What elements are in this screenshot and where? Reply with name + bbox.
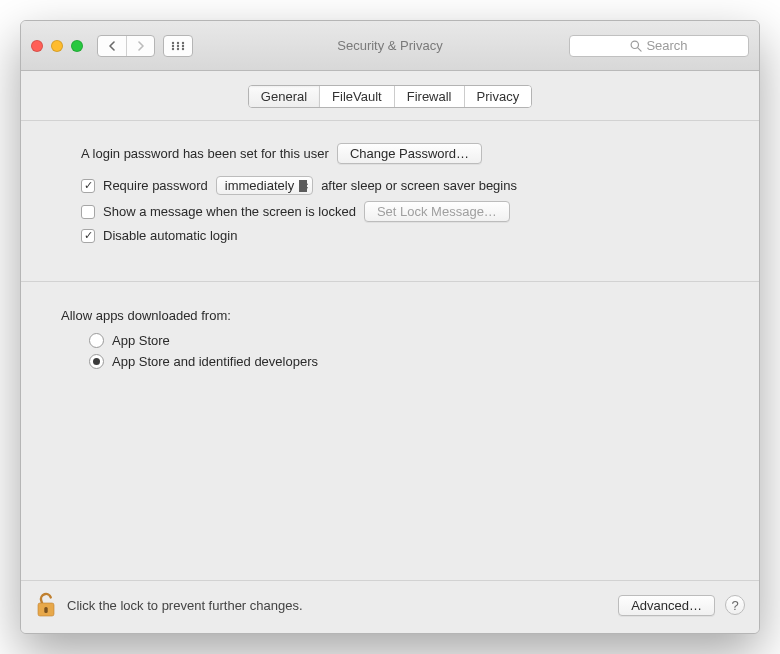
require-password-checkbox[interactable] <box>81 179 95 193</box>
svg-point-5 <box>182 44 184 46</box>
require-password-suffix: after sleep or screen saver begins <box>321 178 517 193</box>
svg-point-2 <box>182 41 184 43</box>
back-button[interactable] <box>98 36 126 56</box>
require-password-delay-value: immediately <box>225 178 294 193</box>
require-password-row: Require password immediately ▴▾ after sl… <box>61 176 719 195</box>
lock-open-icon[interactable] <box>35 591 57 619</box>
advanced-button[interactable]: Advanced… <box>618 595 715 616</box>
login-password-text: A login password has been set for this u… <box>81 146 329 161</box>
disable-auto-login-label: Disable automatic login <box>103 228 237 243</box>
tab-general[interactable]: General <box>249 86 320 107</box>
grid-icon <box>171 41 185 51</box>
radio-identified[interactable] <box>89 354 104 369</box>
svg-point-1 <box>177 41 179 43</box>
preferences-window: Security & Privacy Search General FileVa… <box>20 20 760 634</box>
show-message-row: Show a message when the screen is locked… <box>61 201 719 222</box>
svg-point-7 <box>177 47 179 49</box>
set-lock-message-button[interactable]: Set Lock Message… <box>364 201 510 222</box>
search-placeholder: Search <box>646 38 687 53</box>
footer: Click the lock to prevent further change… <box>21 580 759 633</box>
nav-back-forward <box>97 35 155 57</box>
search-icon <box>630 40 642 52</box>
svg-point-0 <box>172 41 174 43</box>
change-password-button[interactable]: Change Password… <box>337 143 482 164</box>
show-message-checkbox[interactable] <box>81 205 95 219</box>
gatekeeper-label: Allow apps downloaded from: <box>61 308 719 323</box>
zoom-window-button[interactable] <box>71 40 83 52</box>
gatekeeper-option-appstore[interactable]: App Store <box>61 333 719 348</box>
tab-privacy[interactable]: Privacy <box>465 86 532 107</box>
chevron-left-icon <box>108 41 117 51</box>
svg-rect-12 <box>44 607 47 613</box>
show-message-label: Show a message when the screen is locked <box>103 204 356 219</box>
window-controls <box>31 40 83 52</box>
radio-appstore[interactable] <box>89 333 104 348</box>
show-all-button[interactable] <box>163 35 193 57</box>
search-field[interactable]: Search <box>569 35 749 57</box>
radio-appstore-label: App Store <box>112 333 170 348</box>
minimize-window-button[interactable] <box>51 40 63 52</box>
lock-hint-text: Click the lock to prevent further change… <box>67 598 303 613</box>
tab-filevault[interactable]: FileVault <box>320 86 395 107</box>
gatekeeper-option-identified[interactable]: App Store and identified developers <box>61 354 719 369</box>
require-password-label: Require password <box>103 178 208 193</box>
divider <box>21 281 759 282</box>
svg-line-10 <box>638 47 642 51</box>
window-toolbar: Security & Privacy Search <box>21 21 759 71</box>
radio-identified-label: App Store and identified developers <box>112 354 318 369</box>
svg-point-6 <box>172 47 174 49</box>
disable-auto-login-checkbox[interactable] <box>81 229 95 243</box>
updown-icon: ▴▾ <box>304 180 308 192</box>
chevron-right-icon <box>136 41 145 51</box>
help-button[interactable]: ? <box>725 595 745 615</box>
close-window-button[interactable] <box>31 40 43 52</box>
tab-group: General FileVault Firewall Privacy <box>248 85 532 108</box>
general-pane: A login password has been set for this u… <box>21 120 759 580</box>
require-password-delay-select[interactable]: immediately ▴▾ <box>216 176 313 195</box>
svg-point-3 <box>172 44 174 46</box>
tab-bar: General FileVault Firewall Privacy <box>21 71 759 120</box>
svg-point-8 <box>182 47 184 49</box>
svg-point-4 <box>177 44 179 46</box>
disable-auto-login-row: Disable automatic login <box>61 228 719 243</box>
forward-button[interactable] <box>126 36 154 56</box>
tab-firewall[interactable]: Firewall <box>395 86 465 107</box>
login-password-row: A login password has been set for this u… <box>61 143 719 164</box>
